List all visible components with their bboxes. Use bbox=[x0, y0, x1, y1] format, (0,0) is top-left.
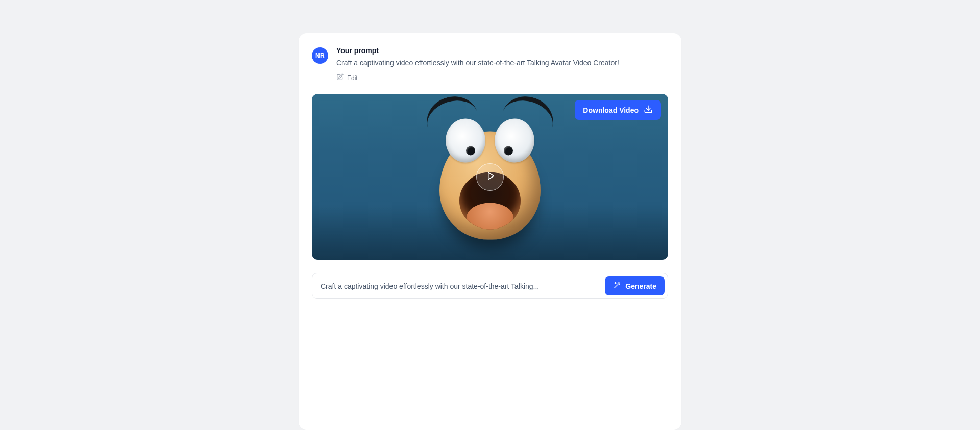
svg-marker-1 bbox=[488, 172, 494, 180]
play-button[interactable] bbox=[476, 163, 504, 191]
edit-button[interactable]: Edit bbox=[336, 73, 358, 82]
result-card: NR Your prompt Craft a captivating video… bbox=[299, 33, 681, 430]
edit-label: Edit bbox=[347, 74, 358, 82]
character-pupil-right bbox=[504, 146, 513, 156]
prompt-title: Your prompt bbox=[336, 46, 668, 55]
download-video-button[interactable]: Download Video bbox=[575, 100, 661, 120]
generate-label: Generate bbox=[625, 282, 656, 290]
magic-wand-icon bbox=[613, 281, 621, 291]
prompt-input[interactable] bbox=[321, 282, 600, 290]
prompt-text: Craft a captivating video effortlessly w… bbox=[336, 58, 668, 68]
play-icon bbox=[485, 171, 496, 183]
avatar: NR bbox=[312, 47, 328, 64]
edit-icon bbox=[336, 73, 344, 82]
character-tongue bbox=[467, 203, 513, 229]
character-pupil-left bbox=[466, 146, 475, 156]
generate-button[interactable]: Generate bbox=[605, 276, 665, 295]
video-preview[interactable]: Download Video bbox=[312, 94, 668, 260]
prompt-body: Your prompt Craft a captivating video ef… bbox=[336, 46, 668, 83]
download-icon bbox=[644, 105, 653, 115]
prompt-section: NR Your prompt Craft a captivating video… bbox=[312, 46, 668, 83]
prompt-input-row: Generate bbox=[312, 273, 668, 299]
download-video-label: Download Video bbox=[583, 106, 639, 114]
